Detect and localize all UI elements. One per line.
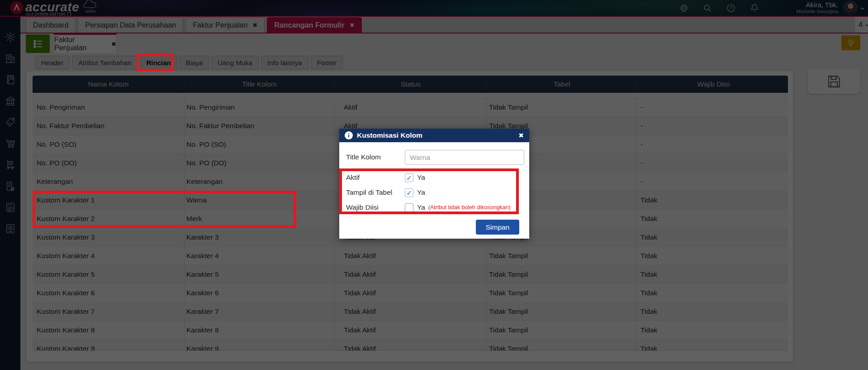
info-icon: i <box>345 131 353 139</box>
annotation-box-kustom-rows <box>33 191 296 228</box>
simpan-button[interactable]: Simpan <box>476 220 519 235</box>
annotation-box-modal-checkboxes <box>339 168 519 214</box>
dialog-header: i Kustomisasi Kolom ✖ <box>339 129 529 142</box>
close-icon[interactable]: ✖ <box>518 132 524 139</box>
app-root: accurate online v1.0.1#3545-2327150 AI ? <box>0 0 868 370</box>
title-kolom-input[interactable] <box>405 150 524 165</box>
annotation-box-rincian-tab <box>137 54 173 71</box>
dialog-title: Kustomisasi Kolom <box>357 131 422 139</box>
title-kolom-label: Title Kolom <box>346 153 381 161</box>
